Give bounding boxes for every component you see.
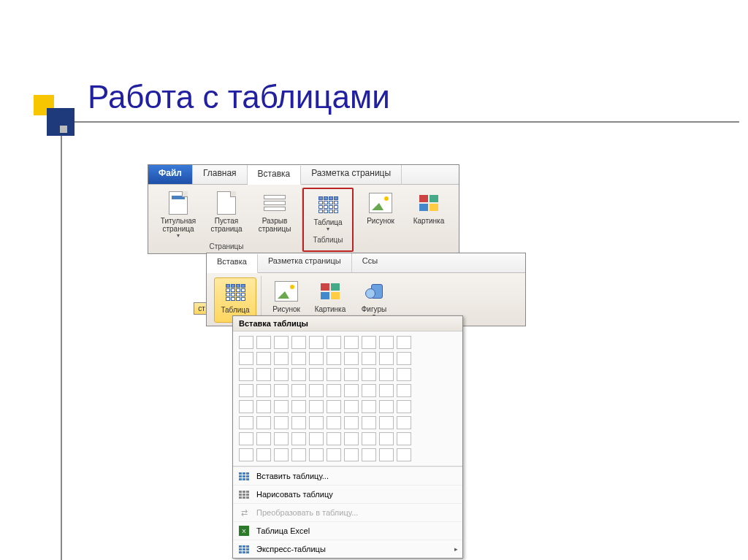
grid-cell[interactable] [291,368,306,381]
clipart-button[interactable]: Картинка [406,189,451,226]
menu-excel-table[interactable]: X Таблица Excel [233,521,462,540]
grid-cell[interactable] [274,400,289,413]
grid-cell[interactable] [397,384,411,397]
clipart-button-2[interactable]: Картинка [310,277,351,321]
grid-cell[interactable] [397,432,411,445]
grid-cell[interactable] [309,416,324,429]
grid-cell[interactable] [344,400,359,413]
grid-cell[interactable] [274,384,289,397]
grid-cell[interactable] [274,432,289,445]
grid-cell[interactable] [239,352,253,365]
grid-cell[interactable] [397,368,411,381]
grid-cell[interactable] [327,368,341,381]
table-button[interactable]: Таблица ▾ [305,191,351,234]
grid-cell[interactable] [239,416,253,429]
grid-cell[interactable] [256,368,271,381]
grid-cell[interactable] [344,352,359,365]
grid-cell[interactable] [291,448,306,461]
grid-cell[interactable] [256,384,271,397]
grid-cell[interactable] [362,384,376,397]
grid-cell[interactable] [379,368,394,381]
tab-page-layout[interactable]: Разметка страницы [301,165,402,184]
grid-cell[interactable] [362,432,376,445]
grid-cell[interactable] [309,448,324,461]
grid-cell[interactable] [274,448,289,461]
grid-cell[interactable] [256,352,271,365]
grid-cell[interactable] [309,384,324,397]
grid-cell[interactable] [397,448,411,461]
grid-cell[interactable] [291,384,306,397]
grid-cell[interactable] [327,416,341,429]
grid-cell[interactable] [291,416,306,429]
grid-cell[interactable] [344,448,359,461]
grid-cell[interactable] [291,336,306,349]
grid-cell[interactable] [344,336,359,349]
grid-cell[interactable] [379,416,394,429]
grid-cell[interactable] [274,352,289,365]
grid-cell[interactable] [344,384,359,397]
grid-cell[interactable] [379,336,394,349]
blank-page-button[interactable]: Пустая страница [204,189,249,241]
grid-cell[interactable] [379,432,394,445]
grid-cell[interactable] [309,400,324,413]
grid-cell[interactable] [291,352,306,365]
table-size-grid[interactable] [233,331,462,466]
grid-cell[interactable] [291,432,306,445]
grid-cell[interactable] [362,448,376,461]
grid-cell[interactable] [379,384,394,397]
page-break-button[interactable]: Разрыв страницы [252,189,297,241]
menu-quick-tables[interactable]: Экспресс-таблицы ▸ [233,540,462,558]
tab-refs-partial[interactable]: Ссы [352,253,525,272]
grid-cell[interactable] [256,416,271,429]
grid-cell[interactable] [344,416,359,429]
grid-cell[interactable] [256,400,271,413]
grid-cell[interactable] [274,416,289,429]
grid-cell[interactable] [291,400,306,413]
grid-cell[interactable] [344,368,359,381]
picture-button[interactable]: Рисунок [358,189,403,226]
tab-insert[interactable]: Вставка [248,166,302,185]
grid-cell[interactable] [256,448,271,461]
grid-cell[interactable] [397,416,411,429]
grid-cell[interactable] [239,368,253,381]
grid-cell[interactable] [239,432,253,445]
grid-cell[interactable] [362,416,376,429]
tab-file[interactable]: Файл [148,165,193,184]
grid-cell[interactable] [362,400,376,413]
menu-draw-table[interactable]: Нарисовать таблицу [233,485,462,503]
grid-cell[interactable] [309,432,324,445]
menu-insert-table[interactable]: Вставить таблицу... [233,467,462,485]
tab-layout-2[interactable]: Разметка страницы [258,253,352,272]
grid-cell[interactable] [327,336,341,349]
tab-insert-2[interactable]: Вставка [207,254,258,273]
grid-cell[interactable] [397,336,411,349]
picture-button-2[interactable]: Рисунок [266,277,307,321]
grid-cell[interactable] [379,352,394,365]
tab-home[interactable]: Главная [193,165,248,184]
grid-cell[interactable] [379,448,394,461]
grid-cell[interactable] [256,336,271,349]
grid-cell[interactable] [327,352,341,365]
grid-cell[interactable] [309,352,324,365]
grid-cell[interactable] [344,432,359,445]
grid-cell[interactable] [239,336,253,349]
shapes-button[interactable]: Фигуры ▾ [354,277,394,321]
grid-cell[interactable] [397,400,411,413]
grid-cell[interactable] [274,336,289,349]
grid-cell[interactable] [327,448,341,461]
grid-cell[interactable] [256,432,271,445]
grid-cell[interactable] [274,368,289,381]
grid-cell[interactable] [309,368,324,381]
grid-cell[interactable] [362,336,376,349]
grid-cell[interactable] [239,400,253,413]
grid-cell[interactable] [327,384,341,397]
grid-cell[interactable] [327,400,341,413]
grid-cell[interactable] [397,352,411,365]
grid-cell[interactable] [239,448,253,461]
grid-cell[interactable] [379,400,394,413]
title-page-button[interactable]: Титульная страница ▾ [156,189,201,241]
grid-cell[interactable] [309,336,324,349]
grid-cell[interactable] [327,432,341,445]
grid-cell[interactable] [362,368,376,381]
grid-cell[interactable] [239,384,253,397]
